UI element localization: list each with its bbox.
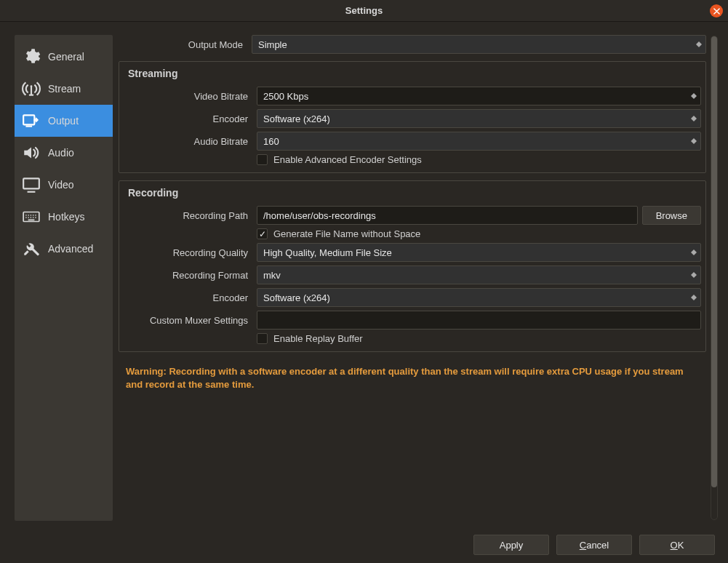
recording-format-value: mkv [263,270,281,281]
sidebar-item-label: Output [48,115,79,127]
enable-replay-buffer-checkbox[interactable]: Enable Replay Buffer [257,333,701,344]
checkbox-icon [257,154,268,165]
output-icon [20,110,42,132]
sidebar-item-label: Video [48,179,74,191]
cancel-button[interactable]: Cancel [556,535,632,555]
svg-rect-1 [23,115,34,124]
ok-button[interactable]: OK [639,535,715,555]
enable-replay-buffer-label: Enable Replay Buffer [273,333,363,344]
keyboard-icon [20,206,42,228]
generate-filename-nospace-checkbox[interactable]: Generate File Name without Space [257,228,701,239]
recording-path-input[interactable]: /home/user/obs-recordings [257,206,638,225]
recording-format-label: Recording Format [124,270,251,281]
chevron-updown-icon [689,268,699,282]
generate-filename-nospace-label: Generate File Name without Space [273,228,420,239]
title-bar: Settings [0,0,728,22]
output-mode-value: Simple [258,39,287,50]
close-icon [713,8,720,15]
dialog-footer: Apply Cancel OK [0,527,728,563]
enable-advanced-encoder-checkbox[interactable]: Enable Advanced Encoder Settings [257,154,701,165]
checkbox-icon [257,333,268,344]
recording-quality-combo[interactable]: High Quality, Medium File Size [257,243,701,262]
stream-encoder-value: Software (x264) [263,113,330,124]
muxer-input[interactable] [257,311,701,330]
svg-rect-2 [23,178,39,188]
recording-title: Recording [128,187,701,199]
sidebar-item-output[interactable]: Output [15,105,113,137]
recording-quality-label: Recording Quality [124,247,251,258]
gear-icon [20,46,42,68]
output-mode-combo[interactable]: Simple [252,35,706,54]
recording-format-combo[interactable]: mkv [257,265,701,284]
chevron-updown-icon [689,89,699,103]
sidebar-item-label: Hotkeys [48,211,85,223]
window-close-button[interactable] [710,4,723,17]
recording-encoder-label: Encoder [124,292,251,303]
audio-bitrate-label: Audio Bitrate [124,136,251,147]
sidebar-item-label: Stream [48,83,81,95]
vertical-scrollbar[interactable] [709,35,719,521]
recording-path-label: Recording Path [124,210,251,221]
output-mode-label: Output Mode [119,39,246,50]
recording-path-value: /home/user/obs-recordings [263,210,376,221]
audio-bitrate-value: 160 [263,136,279,147]
settings-sidebar: General Stream Output Audio Video Hotkey… [15,35,113,521]
muxer-label: Custom Muxer Settings [124,315,251,326]
sidebar-item-label: Audio [48,147,74,159]
sidebar-item-stream[interactable]: Stream [15,73,113,105]
scrollbar-track [711,36,718,520]
stream-encoder-label: Encoder [124,113,251,124]
streaming-title: Streaming [128,68,701,79]
antenna-icon [20,78,42,100]
chevron-updown-icon [689,245,699,260]
stream-encoder-combo[interactable]: Software (x264) [257,109,701,128]
main-panel: Output Mode Simple Streaming Video Bitra… [119,35,709,521]
sidebar-item-hotkeys[interactable]: Hotkeys [15,201,113,233]
svg-point-0 [31,85,33,87]
audio-bitrate-combo[interactable]: 160 [257,132,701,151]
chevron-updown-icon [689,134,699,148]
enable-advanced-encoder-label: Enable Advanced Encoder Settings [273,154,422,165]
scrollbar-thumb[interactable] [711,36,717,487]
encoder-warning-text: Warning: Recording with a software encod… [126,365,702,391]
sidebar-item-label: Advanced [48,243,93,255]
browse-button[interactable]: Browse [642,206,701,225]
sidebar-item-general[interactable]: General [15,41,113,73]
video-bitrate-label: Video Bitrate [124,91,251,102]
sidebar-item-label: General [48,51,84,63]
checkbox-checked-icon [257,228,268,239]
recording-group: Recording Recording Path /home/user/obs-… [119,180,706,352]
streaming-group: Streaming Video Bitrate 2500 Kbps [119,61,706,173]
chevron-updown-icon [694,37,704,52]
tools-icon [20,238,42,260]
apply-button[interactable]: Apply [473,535,549,555]
sidebar-item-advanced[interactable]: Advanced [15,233,113,265]
sidebar-item-audio[interactable]: Audio [15,137,113,169]
video-bitrate-spin[interactable]: 2500 Kbps [257,87,701,105]
window-title: Settings [345,5,383,16]
chevron-updown-icon [689,111,699,126]
monitor-icon [20,174,42,196]
video-bitrate-value: 2500 Kbps [263,91,308,102]
sidebar-item-video[interactable]: Video [15,169,113,201]
recording-encoder-combo[interactable]: Software (x264) [257,288,701,307]
chevron-updown-icon [689,290,699,305]
speaker-icon [20,142,42,164]
recording-encoder-value: Software (x264) [263,292,330,303]
recording-quality-value: High Quality, Medium File Size [263,247,392,258]
